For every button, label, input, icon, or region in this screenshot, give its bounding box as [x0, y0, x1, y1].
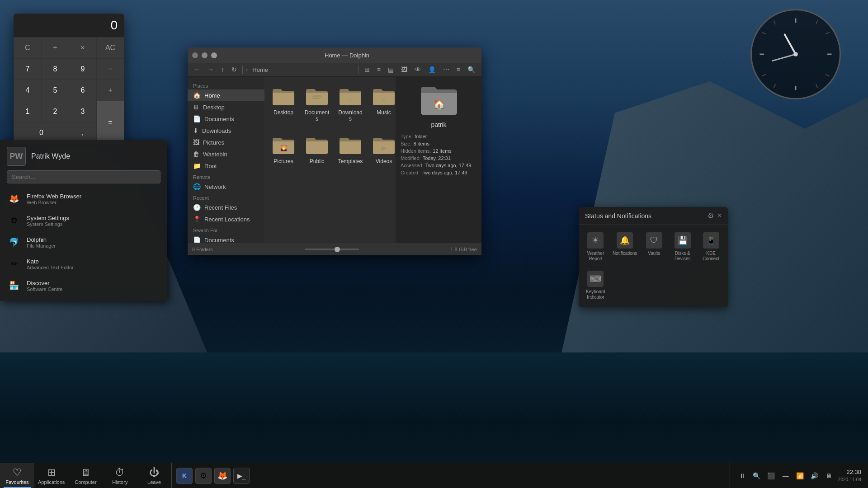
- taskbar-tab-computer[interactable]: 🖥 Computer: [69, 463, 103, 488]
- taskbar-tab-history[interactable]: ⏱ History: [103, 463, 137, 488]
- sidebar-pictures[interactable]: 🖼 Pictures: [188, 136, 264, 148]
- sidebar-root[interactable]: 📁 Root: [188, 160, 264, 172]
- accessed-label: Accessed:: [401, 163, 424, 168]
- status-weather[interactable]: ☀ Weather Report: [583, 230, 608, 264]
- taskbar-app-terminal[interactable]: ▶_: [233, 468, 250, 484]
- tray-minimize-icon[interactable]: —: [780, 470, 791, 481]
- file-item-music[interactable]: ♪ Music: [369, 81, 396, 126]
- status-panel-controls[interactable]: ⚙ ×: [708, 211, 722, 220]
- app-menu-item-firefox[interactable]: 🦊 Firefox Web Browser Web Browser: [0, 188, 167, 210]
- sidebar-home[interactable]: 🏠 Home: [188, 89, 264, 101]
- taskbar-tab-leave[interactable]: ⏻ Leave: [137, 463, 171, 488]
- status-vaults[interactable]: 🛡 Vaults: [642, 230, 666, 264]
- sidebar-network[interactable]: 🌐 Network: [188, 181, 264, 192]
- tray-time: 22:38: [838, 468, 861, 476]
- app-menu-item-discover[interactable]: 🏪 Discover Software Centre: [0, 275, 167, 296]
- back-button[interactable]: ←: [191, 65, 203, 75]
- tray-terminal-icon[interactable]: ⬛: [766, 470, 777, 481]
- file-item-public[interactable]: Public: [302, 130, 331, 168]
- taskbar-app-kde[interactable]: K: [176, 468, 193, 484]
- folder-pictures-icon: 🌄: [271, 134, 296, 156]
- taskbar-app-settings[interactable]: ⚙: [195, 468, 212, 484]
- sidebar-search-docs[interactable]: 📄 Documents: [188, 234, 264, 243]
- calc-3[interactable]: 3: [69, 101, 96, 122]
- breadcrumb-home[interactable]: Home: [250, 66, 271, 74]
- tray-network-icon[interactable]: 📶: [795, 470, 806, 481]
- kde-connect-label: KDE Connect: [699, 251, 722, 262]
- menu-btn[interactable]: ≡: [454, 65, 463, 75]
- calc-allclear[interactable]: AC: [97, 38, 124, 58]
- file-item-downloads[interactable]: ↓ Downloads: [336, 81, 365, 126]
- calc-divide[interactable]: ÷: [42, 38, 69, 58]
- up-button[interactable]: ↑: [218, 65, 227, 75]
- taskbar-tab-applications[interactable]: ⊞ Applications: [34, 463, 69, 488]
- calc-6[interactable]: 6: [69, 80, 96, 101]
- calc-7[interactable]: 7: [14, 59, 41, 80]
- status-notifications[interactable]: 🔔 Notifications: [612, 230, 638, 264]
- settings-desc: System Settings: [27, 221, 69, 227]
- status-close-icon[interactable]: ×: [717, 211, 722, 220]
- tray-search-icon[interactable]: 🔍: [751, 470, 762, 481]
- filter-btn[interactable]: 👁: [412, 65, 424, 75]
- file-item-documents[interactable]: Documents: [302, 81, 331, 126]
- tray-display-icon[interactable]: 🖥: [824, 470, 835, 481]
- more-btn[interactable]: ⋯: [440, 65, 452, 75]
- file-name-pictures: Pictures: [274, 158, 293, 164]
- app-menu-search-input[interactable]: [7, 170, 160, 183]
- dolphin-name: Dolphin: [27, 236, 56, 243]
- icon-view-btn[interactable]: ⊞: [362, 65, 373, 75]
- svg-point-14: [793, 52, 798, 56]
- sidebar-network-label: Network: [204, 183, 226, 190]
- status-panel: Status and Notifications ⚙ × ☀ Weather R…: [579, 207, 728, 307]
- file-item-templates[interactable]: Templates: [336, 130, 365, 168]
- sidebar-recent-locations[interactable]: 📍 Recent Locations: [188, 213, 264, 225]
- sidebar-wastebin[interactable]: 🗑 Wastebin: [188, 148, 264, 160]
- preview-name: patrik: [431, 121, 446, 128]
- forward-button[interactable]: →: [205, 65, 217, 75]
- taskbar-tab-favourites[interactable]: ♡ Favourites: [0, 463, 34, 488]
- calc-8[interactable]: 8: [42, 59, 69, 80]
- calc-plus[interactable]: +: [97, 80, 124, 101]
- calc-1[interactable]: 1: [14, 101, 41, 122]
- app-menu-item-kate[interactable]: ✏ Kate Advanced Text Editor: [0, 253, 167, 275]
- preview-btn[interactable]: 🖼: [398, 65, 410, 75]
- window-close[interactable]: ×: [211, 52, 217, 58]
- calc-2[interactable]: 2: [42, 101, 69, 122]
- window-maximize[interactable]: □: [202, 52, 208, 58]
- svg-text:♪: ♪: [382, 95, 386, 103]
- sidebar-downloads[interactable]: ⬇ Downloads: [188, 125, 264, 136]
- status-slider[interactable]: [217, 249, 446, 250]
- calc-4[interactable]: 4: [14, 80, 41, 101]
- file-item-pictures[interactable]: 🌄 Pictures: [269, 130, 298, 168]
- clock-widget[interactable]: [750, 9, 841, 99]
- hidden-value: 12 items: [433, 148, 452, 154]
- taskbar-app-firefox[interactable]: 🦊: [214, 468, 231, 484]
- share-btn[interactable]: 👤: [425, 65, 439, 75]
- sidebar-desktop[interactable]: 🖥 Desktop: [188, 101, 264, 113]
- app-menu-item-settings[interactable]: ⚙ System Settings System Settings: [0, 210, 167, 231]
- calc-9[interactable]: 9: [69, 59, 96, 80]
- sidebar-recent-files[interactable]: 🕐 Recent Files: [188, 202, 264, 213]
- file-item-videos[interactable]: ▶ Videos: [369, 130, 396, 168]
- detail-view-btn[interactable]: ▤: [385, 65, 396, 75]
- status-keyboard[interactable]: ⌨ Keyboard Indicator: [583, 268, 608, 303]
- tray-audio-icon[interactable]: 🔊: [809, 470, 820, 481]
- app-menu-item-dolphin[interactable]: 🐬 Dolphin File Manager: [0, 231, 167, 253]
- file-name-documents: Documents: [304, 109, 330, 122]
- sidebar-documents[interactable]: 📄 Documents: [188, 113, 264, 125]
- status-settings-icon[interactable]: ⚙: [708, 211, 714, 220]
- search-btn[interactable]: 🔍: [465, 65, 478, 75]
- kate-name: Kate: [27, 258, 74, 265]
- calc-equals[interactable]: =: [97, 101, 124, 143]
- refresh-button[interactable]: ↻: [229, 65, 240, 75]
- status-kde-connect[interactable]: 📱 KDE Connect: [698, 230, 723, 264]
- calc-5[interactable]: 5: [42, 80, 69, 101]
- file-item-desktop[interactable]: Desktop: [269, 81, 298, 126]
- list-view-btn[interactable]: ≡: [374, 65, 383, 75]
- calc-clear[interactable]: C: [14, 38, 41, 58]
- status-disks[interactable]: 💾 Disks & Devices: [670, 230, 695, 264]
- window-minimize[interactable]: −: [192, 52, 198, 58]
- calc-minus[interactable]: −: [97, 59, 124, 80]
- calc-multiply[interactable]: ×: [69, 38, 96, 58]
- tray-pause-icon[interactable]: ⏸: [737, 470, 748, 481]
